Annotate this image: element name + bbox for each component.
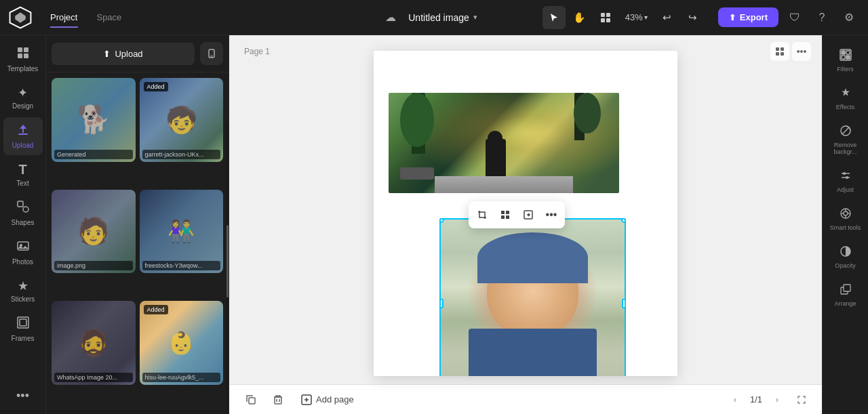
shapes-label: Shapes [12, 219, 35, 227]
undo-button[interactable]: ↩ [656, 6, 679, 29]
page-container[interactable]: ••• [374, 51, 677, 376]
document-title[interactable]: Untitled image ▾ [403, 9, 483, 26]
left-sidebar: Templates ✦ Design Upload T Text [0, 35, 46, 414]
templates-label: Templates [7, 65, 39, 73]
svg-point-12 [20, 244, 22, 247]
mobile-view-button[interactable] [200, 42, 223, 65]
sidebar-item-templates[interactable]: Templates [3, 41, 43, 79]
next-page-button[interactable]: › [768, 390, 787, 409]
expand-button[interactable] [792, 390, 811, 409]
sidebar-item-photos[interactable]: Photos [3, 234, 43, 272]
media-item-label: image.png [54, 261, 133, 270]
duplicate-footer-button[interactable] [240, 389, 262, 411]
svg-rect-19 [776, 52, 779, 56]
tab-project[interactable]: Project [41, 7, 87, 28]
media-item-label: garrett-jackson-UKx... [142, 150, 221, 159]
canvas-thumbnail-button[interactable] [770, 42, 789, 61]
more-options-button[interactable]: ••• [540, 204, 562, 226]
sidebar-item-text[interactable]: T Text [3, 157, 43, 193]
media-item-image-png[interactable]: 🧑 image.png [52, 190, 136, 274]
canvas-more-button[interactable]: ••• [792, 42, 811, 61]
person-head [488, 131, 502, 146]
grid-tool-button[interactable] [494, 204, 516, 226]
sidebar-item-upload[interactable]: Upload [3, 117, 43, 155]
child-body [469, 329, 597, 376]
redo-button[interactable]: ↪ [682, 6, 705, 29]
right-tool-filters[interactable]: Filters [826, 43, 865, 79]
templates-icon [16, 46, 30, 63]
layout-tool-button[interactable] [594, 6, 617, 29]
right-tool-smart[interactable]: Smart tools [826, 202, 865, 237]
replace-tool-button[interactable] [517, 204, 539, 226]
svg-rect-5 [24, 47, 28, 52]
zoom-control[interactable]: 43% ▾ [620, 9, 653, 25]
svg-rect-14 [20, 319, 26, 326]
sidebar-more: ••• [0, 384, 45, 409]
handle-middle-right[interactable] [622, 299, 626, 308]
right-tool-arrange[interactable]: Arrange [826, 278, 865, 313]
text-icon: T [18, 162, 26, 178]
upload-button[interactable]: ⬆ Upload [52, 43, 195, 65]
text-label: Text [16, 180, 28, 188]
media-item-label: Generated [54, 150, 133, 159]
right-tool-effects[interactable]: Effects [826, 81, 865, 117]
arrange-icon [840, 283, 852, 298]
svg-rect-6 [18, 54, 22, 58]
svg-rect-26 [249, 398, 255, 404]
media-item-whatsapp[interactable]: 🧔 WhatsApp Image 20... [52, 301, 136, 385]
svg-rect-22 [506, 211, 509, 214]
media-item-freestocks[interactable]: 👫 freestocks-Y3wqow... [140, 190, 224, 274]
handle-top-right[interactable] [621, 218, 626, 223]
right-tool-opacity[interactable]: Opacity [826, 240, 865, 275]
handle-middle-left[interactable] [439, 299, 443, 308]
selected-image[interactable] [439, 218, 626, 376]
media-item-generated[interactable]: 🐕 Generated [52, 78, 136, 162]
settings-icon-button[interactable]: ⚙ [838, 7, 860, 28]
opacity-icon [840, 245, 852, 260]
logo-button[interactable] [8, 5, 33, 30]
tab-space[interactable]: Space [87, 7, 131, 28]
float-toolbar: ••• [469, 201, 565, 228]
right-tool-adjust[interactable]: Adjust [826, 164, 865, 199]
prev-page-button[interactable]: ‹ [726, 390, 745, 409]
svg-rect-47 [844, 285, 850, 291]
crop-tool-button[interactable] [471, 204, 493, 226]
scrollbar-thumb[interactable] [226, 225, 229, 297]
hand-tool-button[interactable]: ✋ [568, 6, 591, 29]
sidebar-item-stickers[interactable]: ★ Stickers [3, 273, 43, 309]
svg-rect-3 [606, 18, 610, 22]
sidebar-item-design[interactable]: ✦ Design [3, 80, 43, 116]
help-icon-button[interactable]: ? [811, 7, 833, 28]
svg-rect-16 [211, 56, 213, 57]
design-label: Design [12, 102, 33, 110]
sidebar-more-button[interactable]: ••• [3, 384, 43, 409]
sidebar-item-frames[interactable]: Frames [3, 310, 43, 348]
svg-point-37 [843, 172, 846, 175]
remove-bg-label: Remove backgr... [830, 142, 861, 157]
frames-icon [16, 316, 30, 333]
upload-button-icon: ⬆ [103, 49, 111, 59]
topbar-tools: ✋ 43% ▾ ↩ ↪ [542, 6, 705, 29]
canvas-footer: Add page ‹ 1/1 › [229, 384, 822, 414]
export-button[interactable]: ⬆ Export [718, 7, 778, 27]
svg-rect-8 [18, 133, 28, 135]
topbar-right: ⬆ Export 🛡 ? ⚙ [718, 7, 860, 28]
smart-tools-icon [840, 207, 852, 222]
background-image[interactable] [389, 93, 619, 193]
sidebar-item-shapes[interactable]: Shapes [3, 194, 43, 232]
svg-rect-33 [846, 56, 850, 59]
svg-rect-31 [846, 51, 850, 54]
child-hat [477, 232, 588, 283]
effects-label: Effects [836, 104, 854, 111]
add-page-button[interactable]: Add page [294, 390, 361, 409]
svg-rect-18 [781, 47, 784, 51]
select-tool-button[interactable] [542, 6, 566, 29]
media-item-garrett[interactable]: 🧒 Added garrett-jackson-UKx... [140, 78, 224, 162]
media-item-label: WhatsApp Image 20... [54, 373, 133, 382]
svg-point-10 [23, 207, 28, 212]
svg-rect-11 [18, 242, 28, 250]
delete-footer-button[interactable] [267, 389, 289, 411]
shield-icon-button[interactable]: 🛡 [784, 7, 806, 28]
right-tool-remove-bg[interactable]: Remove backgr... [826, 119, 865, 162]
media-item-hisu[interactable]: 👶 Added hisu-lee-ruuAgvlk5_... [140, 301, 224, 385]
